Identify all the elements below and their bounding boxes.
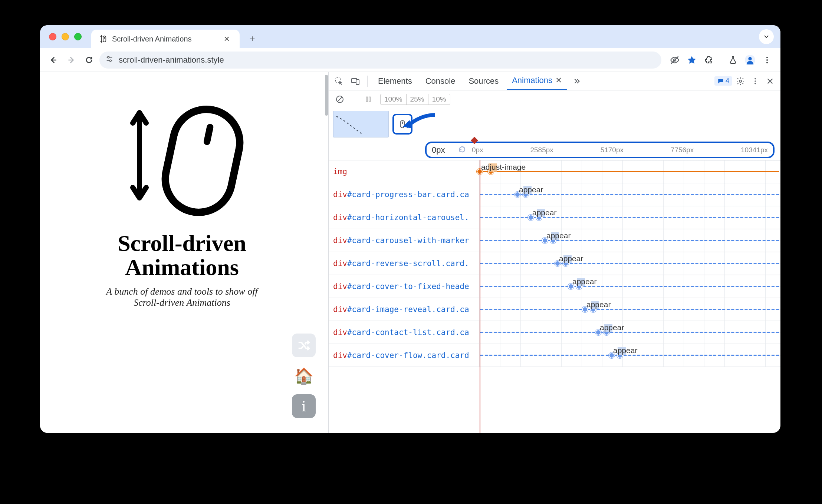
row-track[interactable]: appear xyxy=(479,229,780,252)
clear-icon[interactable] xyxy=(333,93,346,106)
extensions-icon[interactable] xyxy=(701,53,716,67)
speed-10[interactable]: 10% xyxy=(428,94,450,105)
animation-row[interactable]: div#card-horizontal-carousel.appear xyxy=(329,206,780,229)
speed-25[interactable]: 25% xyxy=(407,94,428,105)
maximize-window-button[interactable] xyxy=(74,33,82,40)
new-tab-button[interactable]: + xyxy=(244,30,260,47)
window-controls xyxy=(49,25,91,48)
callout-arrow-icon xyxy=(400,112,437,134)
settings-gear-icon[interactable] xyxy=(734,74,747,88)
row-label: div#card-horizontal-carousel. xyxy=(329,206,479,229)
shuffle-button[interactable] xyxy=(292,334,316,357)
animation-row[interactable]: div#card-progress-bar.card.caappear xyxy=(329,183,780,206)
animation-thumbnail[interactable] xyxy=(333,111,389,137)
row-label: div#card-cover-flow.card.card xyxy=(329,344,479,367)
tab-sources[interactable]: Sources xyxy=(463,72,504,90)
row-label: div#card-contact-list.card.ca xyxy=(329,321,479,344)
svg-rect-11 xyxy=(203,123,214,146)
tab-elements[interactable]: Elements xyxy=(373,72,417,90)
inspect-icon[interactable] xyxy=(332,74,346,88)
toolbar-right xyxy=(667,53,775,67)
animation-row[interactable]: div#card-cover-flow.card.cardappear xyxy=(329,344,780,367)
browser-menu-icon[interactable] xyxy=(760,53,775,67)
reload-button[interactable] xyxy=(82,53,96,67)
eye-off-icon[interactable] xyxy=(667,53,682,67)
row-label: div#card-image-reveal.card.ca xyxy=(329,298,479,321)
svg-point-15 xyxy=(739,80,742,82)
devtools-splitter[interactable] xyxy=(324,72,328,433)
browser-tab[interactable]: Scroll-driven Animations ✕ xyxy=(91,30,240,48)
animation-row[interactable]: imgadjust-image xyxy=(329,160,780,183)
undo-icon[interactable] xyxy=(458,145,467,155)
ruler-highlight-box: 0px 0px 2585px 5170px 7756px 10341px xyxy=(425,142,775,158)
animation-row[interactable]: div#card-image-reveal.card.caappear xyxy=(329,298,780,321)
row-track[interactable]: appear xyxy=(479,298,780,321)
browser-window: Scroll-driven Animations ✕ + scroll-driv… xyxy=(40,25,780,433)
page-viewport[interactable]: Scroll-drivenAnimations A bunch of demos… xyxy=(40,72,324,433)
row-track[interactable]: appear xyxy=(479,252,780,275)
animation-name-label: appear xyxy=(586,300,611,309)
animation-row[interactable]: div#card-carousel-with-markerappear xyxy=(329,229,780,252)
animation-name-label: appear xyxy=(613,346,637,355)
row-track[interactable]: appear xyxy=(479,344,780,367)
animation-row[interactable]: div#card-reverse-scroll.card.appear xyxy=(329,252,780,275)
close-devtools-icon[interactable] xyxy=(763,74,777,88)
timeline-ruler: 0px 0px 2585px 5170px 7756px 10341px xyxy=(329,140,780,160)
animation-name-label: appear xyxy=(519,185,543,194)
row-label: div#card-reverse-scroll.card. xyxy=(329,252,479,275)
animation-row[interactable]: div#card-contact-list.card.caappear xyxy=(329,321,780,344)
animation-rows: imgadjust-imagediv#card-progress-bar.car… xyxy=(329,160,780,433)
devtools-panel: Elements Console Sources Animations✕ 4 xyxy=(328,72,780,433)
svg-rect-20 xyxy=(366,97,368,102)
row-label: img xyxy=(329,160,479,183)
row-track[interactable]: adjust-image xyxy=(479,160,780,183)
url-text: scroll-driven-animations.style xyxy=(119,55,224,65)
svg-point-16 xyxy=(754,78,756,79)
ruler-tick: 0px xyxy=(472,146,483,154)
row-track[interactable]: appear xyxy=(479,183,780,206)
devtools-menu-icon[interactable] xyxy=(749,74,762,88)
row-track[interactable]: appear xyxy=(479,206,780,229)
forward-button[interactable] xyxy=(64,53,79,67)
home-emoji-button[interactable]: 🏠 xyxy=(292,364,316,388)
row-track[interactable]: appear xyxy=(479,321,780,344)
ruler-tick: 5170px xyxy=(601,146,624,154)
profile-avatar[interactable] xyxy=(743,53,757,67)
animation-name-label: appear xyxy=(559,254,583,263)
minimize-window-button[interactable] xyxy=(62,33,69,40)
tab-search-button[interactable] xyxy=(759,29,774,44)
close-tab-icon[interactable]: ✕ xyxy=(555,76,562,85)
row-label: div#card-carousel-with-marker xyxy=(329,229,479,252)
speed-100[interactable]: 100% xyxy=(381,94,407,105)
ruler-ticks[interactable]: 0px 2585px 5170px 7756px 10341px xyxy=(472,146,768,154)
back-button[interactable] xyxy=(46,53,61,67)
message-badge[interactable]: 4 xyxy=(714,76,732,86)
ruler-tick: 2585px xyxy=(530,146,553,154)
row-label: div#card-cover-to-fixed-heade xyxy=(329,275,479,298)
svg-point-8 xyxy=(766,59,768,61)
playhead-line[interactable] xyxy=(480,160,480,433)
address-bar[interactable]: scroll-driven-animations.style xyxy=(99,52,661,69)
animation-name-label: adjust-image xyxy=(481,163,526,172)
tab-title: Scroll-driven Animations xyxy=(112,35,192,43)
playback-speed-group[interactable]: 100% 25% 10% xyxy=(380,94,450,105)
tab-strip: Scroll-driven Animations ✕ + xyxy=(40,25,780,48)
info-button[interactable]: i xyxy=(292,394,316,418)
devtools-tabbar: Elements Console Sources Animations✕ 4 xyxy=(329,72,780,90)
tab-animations[interactable]: Animations✕ xyxy=(507,72,567,90)
animation-name-label: appear xyxy=(546,231,571,240)
svg-point-6 xyxy=(748,57,752,60)
pause-icon[interactable] xyxy=(362,93,375,106)
bookmark-star-icon[interactable] xyxy=(684,53,699,67)
close-tab-button[interactable]: ✕ xyxy=(221,34,232,44)
labs-icon[interactable] xyxy=(726,53,740,67)
tab-console[interactable]: Console xyxy=(420,72,461,90)
site-settings-icon[interactable] xyxy=(105,55,114,65)
more-tabs-icon[interactable] xyxy=(570,74,583,88)
row-track[interactable]: appear xyxy=(479,275,780,298)
page-title: Scroll-drivenAnimations xyxy=(59,231,305,279)
svg-point-7 xyxy=(766,57,768,58)
device-toggle-icon[interactable] xyxy=(349,74,362,88)
animation-row[interactable]: div#card-cover-to-fixed-headeappear xyxy=(329,275,780,298)
close-window-button[interactable] xyxy=(49,33,56,40)
